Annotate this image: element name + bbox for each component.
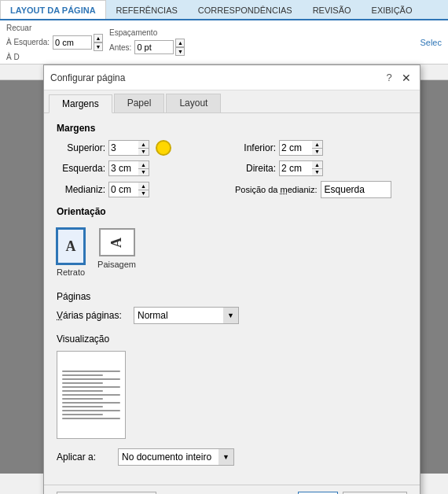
orientation-options: A Retrato A Paisagem [57,223,407,282]
pages-section: Páginas Várias páginas: Normal Espelho d… [57,291,407,324]
indent-left-row: À Esquerda: ▲ ▼ [6,34,103,51]
medianiz-spinner[interactable]: ▲ ▼ [138,182,149,197]
preview-line-2 [62,374,103,376]
direita-row: Direita: ▲ ▼ [235,160,407,176]
help-button[interactable]: ? [382,71,396,85]
landscape-option[interactable]: A Paisagem [97,228,136,277]
posicao-medianiz-row: Posição da medianiz: Esquerda Superior [235,181,407,198]
landscape-label: Paisagem [97,260,136,269]
medianiz-down[interactable]: ▼ [138,190,149,198]
tab-paper[interactable]: Papel [114,94,165,112]
superior-label: Superior: [57,142,105,153]
portrait-option[interactable]: A Retrato [57,228,85,277]
tab-view[interactable]: EXIBIÇÃO [362,0,423,19]
tab-margins[interactable]: Margens [49,94,112,113]
preview-line-7 [62,394,120,396]
medianiz-row: Medianiz: ▲ ▼ [57,181,229,198]
spacing-before-input-group: ▲ ▼ [134,39,185,56]
preview-line-13 [62,418,120,419]
tab-references[interactable]: REFERÊNCIAS [106,0,188,19]
preview-line-4 [62,382,103,384]
apply-select[interactable]: No documento inteiro A partir daqui [118,448,234,466]
preview-line-8 [62,398,103,400]
indent-left-down[interactable]: ▼ [94,42,103,51]
dialog-tab-bar: Margens Papel Layout [44,90,420,112]
spacing-before-spinner[interactable]: ▲ ▼ [175,39,185,56]
spacing-group: Espaçamento Antes: ▲ ▼ [109,28,185,56]
posicao-medianiz-wrap: Esquerda Superior [321,181,391,198]
ribbon-content: Recuar À Esquerda: ▲ ▼ À D Espaçamento A… [0,20,448,65]
spacing-before-up[interactable]: ▲ [175,39,185,47]
select-hint[interactable]: Selec [420,38,442,47]
tab-correspondence[interactable]: CORRESPONDÊNCIAS [188,0,303,19]
indent-left-input[interactable] [53,35,92,50]
preview-line-3 [62,378,120,380]
margins-section: Margens Superior: ▲ ▼ [57,123,407,198]
dialog-titlebar: Configurar página ? ✕ [44,65,420,90]
direita-label: Direita: [235,163,276,174]
inferior-spinner[interactable]: ▲ ▼ [312,140,323,156]
esquerda-down[interactable]: ▼ [138,168,149,177]
esquerda-spinner[interactable]: ▲ ▼ [138,160,149,176]
close-button[interactable]: ✕ [399,71,413,85]
dialog-body: Margens Superior: ▲ ▼ [44,112,420,485]
tab-layout[interactable]: LAYOUT DA PÁGINA [0,0,106,19]
indent-group: Recuar À Esquerda: ▲ ▼ À D [6,24,103,61]
dialog-controls: ? ✕ [382,71,413,85]
preview-line-12 [62,414,103,415]
esquerda-row: Esquerda: ▲ ▼ [57,160,229,176]
dialog-footer: Definir como Padrão OK Cancelar [44,485,420,494]
spacing-before-label: Antes: [109,43,131,52]
superior-down[interactable]: ▼ [138,148,149,157]
portrait-letter: A [66,238,76,255]
inferior-label: Inferior: [235,142,276,153]
preview-section: Visualização [57,334,126,439]
yellow-indicator [156,140,171,156]
medianiz-label: Medianiz: [57,184,105,195]
superior-spinner[interactable]: ▲ ▼ [138,140,149,156]
direita-input-wrap: ▲ ▼ [279,160,323,176]
preview-line-10 [62,406,103,407]
preview-line-11 [62,410,120,411]
indent-right-label: À D [6,53,20,61]
esquerda-up[interactable]: ▲ [138,160,149,168]
esquerda-input-wrap: ▲ ▼ [108,160,149,176]
medianiz-up[interactable]: ▲ [138,182,149,190]
ribbon-tab-bar: LAYOUT DA PÁGINA REFERÊNCIAS CORRESPONDÊ… [0,0,448,20]
inferior-up[interactable]: ▲ [312,140,323,148]
configure-page-dialog: Configurar página ? ✕ Margens Papel Layo… [43,65,420,494]
spacing-label: Espaçamento [109,28,185,37]
preview-title: Visualização [57,334,126,345]
landscape-icon: A [99,228,135,256]
inferior-input-wrap: ▲ ▼ [279,140,323,156]
orientation-title: Orientação [57,206,407,217]
spacing-before-input[interactable] [134,40,174,54]
pages-title: Páginas [57,291,407,302]
preview-box [57,351,126,439]
superior-row: Superior: ▲ ▼ [57,140,229,156]
pages-row: Várias páginas: Normal Espelho de margen… [57,307,407,324]
pages-select[interactable]: Normal Espelho de margens 2 páginas por … [134,307,239,324]
direita-up[interactable]: ▲ [312,160,323,168]
preview-line-5 [62,386,120,388]
tab-layout[interactable]: Layout [166,94,221,112]
indent-left-up[interactable]: ▲ [94,34,103,42]
preview-line-1 [62,370,120,372]
direita-spinner[interactable]: ▲ ▼ [312,160,323,176]
preview-apply-container: Visualização [57,334,407,448]
indent-left-spinner[interactable]: ▲ ▼ [94,34,103,51]
superior-up[interactable]: ▲ [138,140,149,148]
tab-review[interactable]: REVISÃO [303,0,362,19]
indent-label: Recuar [6,24,103,32]
inferior-row: Inferior: ▲ ▼ [235,140,407,156]
inferior-down[interactable]: ▼ [312,148,323,157]
medianiz-input-wrap: ▲ ▼ [108,182,149,197]
portrait-icon: A [57,228,85,264]
posicao-medianiz-select[interactable]: Esquerda Superior [321,181,391,198]
spacing-before-down[interactable]: ▼ [175,47,185,56]
posicao-medianiz-label: Posição da medianiz: [235,185,318,194]
indent-right-row: À D [6,53,103,61]
margins-section-title: Margens [57,123,407,134]
apply-section: Aplicar a: No documento inteiro A partir… [57,448,407,466]
direita-down[interactable]: ▼ [312,168,323,177]
